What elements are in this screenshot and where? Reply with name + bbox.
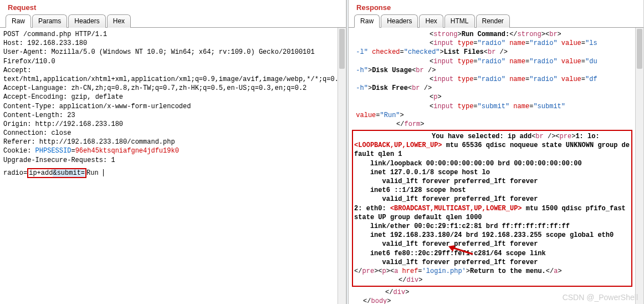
payload-highlight: ip+add&submit= <box>27 168 86 178</box>
resp-line: <input type="radio" name="radio" value="… <box>352 75 632 93</box>
cookie-key: Cookie: <box>3 147 35 155</box>
resp-line: You have selected: ip add<br /><pre>1: l… <box>354 132 630 141</box>
req-line: Connection: close <box>3 129 343 138</box>
resp-line: </body> <box>352 297 632 304</box>
req-line: Host: 192.168.233.180 <box>3 39 343 48</box>
resp-line: </pre><p><a href='login.php'>Return to t… <box>354 267 630 276</box>
resp-line: </div> <box>354 276 630 285</box>
body-run: Run <box>86 169 99 177</box>
resp-line: inet6 ::1/128 scope host <box>354 186 630 195</box>
req-line: Origin: http://192.168.233.180 <box>3 120 343 129</box>
req-line: Content-Type: application/x-www-form-url… <box>3 102 343 111</box>
resp-line: inet 192.168.233.180/24 brd 192.168.233.… <box>354 231 630 240</box>
cookie-name: PHPSESSID <box>35 147 71 155</box>
resp-line: <input type="radio" name="radio" value="… <box>352 57 632 75</box>
response-raw-content[interactable]: <strong>Run Command:</strong><br> <input… <box>349 28 643 304</box>
req-cookie-line: Cookie: PHPSESSID=96eh45ktsqniafgne4jdfu… <box>3 146 343 155</box>
resp-line: inet6 fe80::20c:29ff:fef1:c281/64 scope … <box>354 249 630 258</box>
request-panel: Request Raw Params Headers Hex POST /com… <box>0 0 346 304</box>
req-line: POST /command.php HTTP/1.1 <box>3 30 343 39</box>
tab-render[interactable]: Render <box>476 14 510 28</box>
resp-line: <LOOPBACK,UP,LOWER_UP> mtu 65536 qdisc n… <box>354 141 630 159</box>
tab-headers[interactable]: Headers <box>381 14 418 28</box>
resp-line: <input type="submit" name="submit" value… <box>352 102 632 120</box>
scrollbar-thumb[interactable] <box>637 29 642 69</box>
req-line: Accept-Encoding: gzip, deflate <box>3 93 343 102</box>
tab-hex[interactable]: Hex <box>419 14 443 28</box>
req-line: Accept-Language: zh-CN,zh;q=0.8,zh-TW;q=… <box>3 84 343 93</box>
resp-line: link/ether 00:0c:29:f1:c2:81 brd ff:ff:f… <box>354 222 630 231</box>
resp-line: link/loopback 00:00:00:00:00:00 brd 00:0… <box>354 159 630 168</box>
req-line: Content-Length: 23 <box>3 111 343 120</box>
resp-line: valid_lft forever preferred_lft forever <box>354 195 630 204</box>
resp-line: valid_lft forever preferred_lft forever <box>354 258 630 267</box>
resp-line: 2: eth0: <BROADCAST,MULTICAST,UP,LOWER_U… <box>354 204 630 222</box>
tab-params[interactable]: Params <box>32 14 67 28</box>
request-body-line[interactable]: radio=ip+add&submit=Run <box>3 168 343 178</box>
response-title: Response <box>349 0 643 14</box>
tab-html[interactable]: HTML <box>444 14 475 28</box>
amp-submit: &submit= <box>53 169 85 177</box>
radio-key: radio= <box>3 169 27 177</box>
resp-line: valid_lft forever preferred_lft forever <box>354 240 630 249</box>
response-scrollbar[interactable] <box>635 28 643 304</box>
cookie-value: 96eh45ktsqniafgne4jdfu19k0 <box>75 147 179 155</box>
request-tabs: Raw Params Headers Hex <box>0 14 346 28</box>
resp-line: <input type="radio" name="radio" value="… <box>352 39 632 57</box>
tab-raw[interactable]: Raw <box>6 14 31 28</box>
req-line: Referer: http://192.168.233.180/command.… <box>3 138 343 146</box>
resp-line: <p> <box>352 93 632 102</box>
resp-line: valid_lft forever preferred_lft forever <box>354 177 630 186</box>
payload-text: ip+add <box>29 169 53 177</box>
response-tabs: Raw Headers Hex HTML Render <box>349 14 643 28</box>
req-line: Upgrade-Insecure-Requests: 1 <box>3 156 343 165</box>
response-panel: Response Raw Headers Hex HTML Render <st… <box>349 0 644 304</box>
tab-headers[interactable]: Headers <box>68 14 105 28</box>
scrollbar-thumb[interactable] <box>339 29 345 69</box>
request-raw-content[interactable]: POST /command.php HTTP/1.1 Host: 192.168… <box>0 28 346 304</box>
request-scrollbar[interactable] <box>338 28 346 304</box>
req-line: Accept: text/html,application/xhtml+xml,… <box>3 66 343 84</box>
resp-line: </div> <box>352 288 632 297</box>
resp-line: </form> <box>352 120 632 129</box>
req-line: User-Agent: Mozilla/5.0 (Windows NT 10.0… <box>3 48 343 65</box>
request-title: Request <box>0 0 346 14</box>
resp-line: inet 127.0.0.1/8 scope host lo <box>354 168 630 177</box>
response-output-highlight: You have selected: ip add<br /><pre>1: l… <box>352 130 632 287</box>
tab-hex[interactable]: Hex <box>107 14 131 28</box>
resp-line: <strong>Run Command:</strong><br> <box>352 30 632 39</box>
tab-raw[interactable]: Raw <box>354 14 380 28</box>
